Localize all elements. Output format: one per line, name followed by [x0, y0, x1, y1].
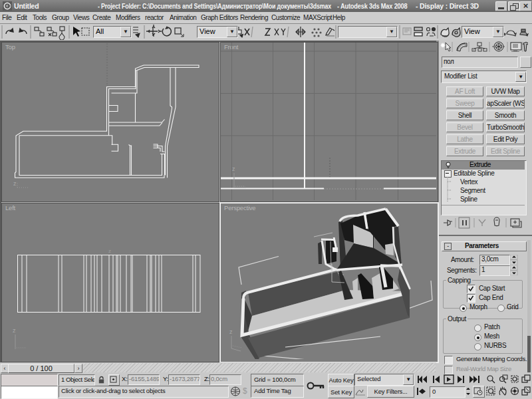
- svg-text:z: z: [108, 248, 111, 254]
- svg-text:z: z: [229, 329, 233, 335]
- svg-text:z: z: [13, 180, 17, 187]
- svg-text:z: z: [13, 327, 16, 334]
- svg-text:z: z: [232, 166, 235, 172]
